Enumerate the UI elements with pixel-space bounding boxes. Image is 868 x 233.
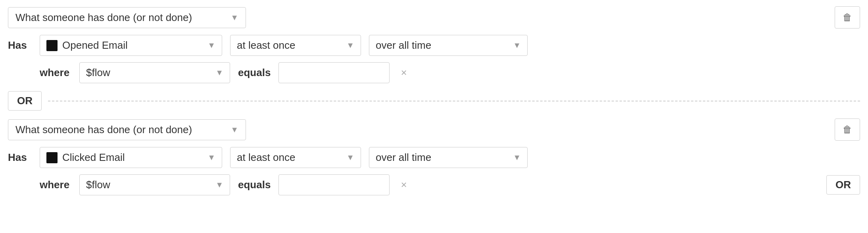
section-1-equals-label: equals — [238, 67, 271, 79]
section-2-where-select-label: $flow — [86, 179, 110, 191]
section-2-where-label: where — [40, 179, 71, 191]
section-2-where-chevron-icon: ▼ — [215, 180, 223, 189]
section-2-frequency-label: at least once — [237, 151, 295, 164]
section-1-where-chevron-icon: ▼ — [215, 68, 223, 77]
section-1-frequency-chevron-icon: ▼ — [346, 41, 354, 50]
section-2-equals-label: equals — [238, 179, 271, 191]
section-2-delete-button[interactable]: 🗑 — [835, 118, 860, 141]
section-1-delete-icon: 🗑 — [843, 12, 852, 23]
section-2-main-select-label: What someone has done (or not done) — [15, 124, 192, 136]
section-2-frequency-select[interactable]: at least once ▼ — [230, 147, 361, 168]
section-1-time-label: over all time — [376, 39, 431, 52]
section-2-has-label: Has — [8, 151, 32, 164]
or-button-label: OR — [17, 95, 33, 107]
section-2-time-label: over all time — [376, 151, 431, 164]
or-divider: OR — [8, 91, 860, 111]
or-dashed-line — [48, 101, 860, 101]
section-1-clear-button[interactable]: × — [398, 65, 410, 80]
section-1-frequency-select[interactable]: at least once ▼ — [230, 35, 361, 56]
section-1-main-select-chevron-icon: ▼ — [230, 13, 238, 22]
section-1-equals-input[interactable] — [278, 62, 390, 83]
section-2-where-row: where $flow ▼ equals × OR — [40, 174, 860, 195]
section-2-frequency-chevron-icon: ▼ — [346, 153, 354, 162]
section-1-has-label: Has — [8, 39, 32, 52]
section-1-time-chevron-icon: ▼ — [513, 41, 521, 50]
section-2-where-select[interactable]: $flow ▼ — [79, 174, 230, 195]
section-1: What someone has done (or not done) ▼ 🗑 … — [8, 6, 860, 83]
section-2-has-row: Has Clicked Email ▼ at least once ▼ over… — [8, 147, 860, 168]
section-1-main-select[interactable]: What someone has done (or not done) ▼ — [8, 7, 246, 28]
section-1-action-label: Opened Email — [62, 39, 203, 52]
section-2-time-chevron-icon: ▼ — [513, 153, 521, 162]
section-1-action-chevron-icon: ▼ — [207, 41, 215, 50]
section-2-or-button[interactable]: OR — [826, 175, 860, 195]
section-1-delete-button[interactable]: 🗑 — [835, 6, 860, 29]
section-2-equals-input[interactable] — [278, 174, 390, 195]
section-2-action-icon — [46, 152, 58, 163]
section-2-delete-icon: 🗑 — [843, 124, 852, 135]
section-2-action-select[interactable]: Clicked Email ▼ — [40, 147, 222, 168]
section-1-where-select-label: $flow — [86, 67, 110, 79]
section-2-top-row: What someone has done (or not done) ▼ 🗑 — [8, 118, 860, 141]
section-2-clear-icon: × — [401, 179, 407, 191]
section-2-time-select[interactable]: over all time ▼ — [369, 147, 528, 168]
section-1-top-row: What someone has done (or not done) ▼ 🗑 — [8, 6, 860, 29]
section-1-main-select-wrapper: What someone has done (or not done) ▼ — [8, 7, 246, 28]
section-1-where-row: where $flow ▼ equals × — [40, 62, 860, 83]
section-2-action-label: Clicked Email — [62, 151, 203, 164]
section-2-clear-button[interactable]: × — [398, 177, 410, 193]
section-1-action-icon — [46, 40, 58, 51]
section-1-where-select[interactable]: $flow ▼ — [79, 62, 230, 83]
section-2-action-chevron-icon: ▼ — [207, 153, 215, 162]
section-1-time-select[interactable]: over all time ▼ — [369, 35, 528, 56]
section-2-or-button-label: OR — [835, 179, 851, 191]
section-2-main-select-wrapper: What someone has done (or not done) ▼ — [8, 119, 246, 140]
section-1-main-select-label: What someone has done (or not done) — [15, 11, 192, 24]
section-1-where-label: where — [40, 67, 71, 79]
section-1-clear-icon: × — [401, 67, 407, 78]
section-2-main-select-chevron-icon: ▼ — [230, 125, 238, 134]
section-2: What someone has done (or not done) ▼ 🗑 … — [8, 118, 860, 195]
section-1-action-select[interactable]: Opened Email ▼ — [40, 35, 222, 56]
section-1-has-row: Has Opened Email ▼ at least once ▼ over … — [8, 35, 860, 56]
or-button[interactable]: OR — [8, 91, 42, 111]
section-1-frequency-label: at least once — [237, 39, 295, 52]
section-2-main-select[interactable]: What someone has done (or not done) ▼ — [8, 119, 246, 140]
